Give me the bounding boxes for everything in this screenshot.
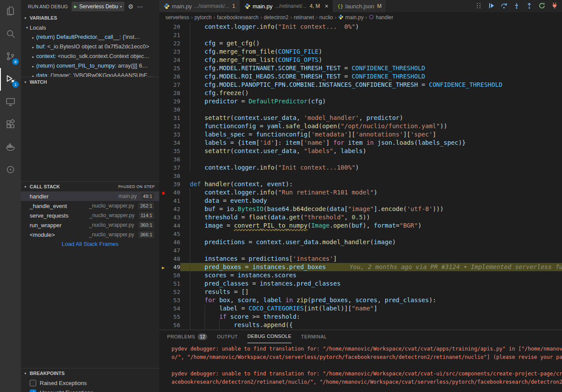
code-content[interactable]: predictions = context.user_data.model_ha… <box>180 238 562 246</box>
breakpoint-gutter[interactable] <box>159 197 167 205</box>
breakpoint-gutter[interactable] <box>159 321 167 329</box>
variable-row[interactable]: ▸(return) DefaultPredictor.__call__: {'i… <box>21 32 159 42</box>
breakpoint-gutter[interactable] <box>159 106 167 114</box>
code-content[interactable]: pred_boxes = instances.pred_boxesYou, 2 … <box>180 263 562 271</box>
step-into-button[interactable] <box>513 2 521 10</box>
code-content[interactable]: functionconfig = yaml.safe_load(open("/o… <box>180 122 562 130</box>
panel-tab-output[interactable]: OUTPUT <box>217 331 238 343</box>
breadcrumb-item[interactable]: retinanet <box>294 14 314 20</box>
breakpoint-gutter[interactable] <box>159 164 167 172</box>
call-stack-frame[interactable]: serve_requests_nuclio_wrapper.py114:1 <box>21 211 159 220</box>
call-stack-frame[interactable]: run_wrapper_nuclio_wrapper.py360:1 <box>21 220 159 230</box>
breakpoint-gutter[interactable] <box>159 97 167 106</box>
breakpoint-gutter[interactable] <box>159 64 167 72</box>
breadcrumb-item[interactable]: facebookresearch <box>217 14 258 20</box>
debug-config-picker[interactable]: ▶ Serverless Debu ▾ <box>72 2 125 11</box>
variables-section-header[interactable]: ▾ VARIABLES <box>21 13 159 23</box>
breakpoints-section-header[interactable]: ▾ BREAKPOINTS <box>21 368 159 378</box>
breakpoint-gutter[interactable] <box>159 246 167 255</box>
code-content[interactable]: context.logger.info("Run retinanet-R101 … <box>180 188 562 197</box>
breakpoint-gutter[interactable] <box>159 213 167 222</box>
activity-item-extensions[interactable] <box>0 113 21 136</box>
code-content[interactable]: threshold = float(data.get("threshold", … <box>180 213 562 222</box>
code-content[interactable]: cfg.merge_from_list(CONFIG_OPTS) <box>180 56 562 64</box>
code-content[interactable]: instances = predictions['instances'] <box>180 255 562 263</box>
code-content[interactable]: cfg.freeze() <box>180 89 562 97</box>
breakpoint-gutter[interactable] <box>159 172 167 180</box>
code-content[interactable]: labels_spec = functionconfig['metadata']… <box>180 130 562 139</box>
breadcrumb-item[interactable]: main.py <box>338 14 363 21</box>
code-content[interactable]: cfg.merge_from_file(CONFIG_FILE) <box>180 48 562 56</box>
code-content[interactable]: predictor = DefaultPredictor(cfg) <box>180 97 562 106</box>
code-content[interactable]: data = event.body <box>180 197 562 205</box>
breadcrumb-item[interactable]: serverless <box>165 14 189 20</box>
code-content[interactable] <box>180 246 562 255</box>
breakpoint-gutter[interactable]: ▶ <box>159 263 167 271</box>
step-over-button[interactable] <box>500 2 508 10</box>
drag-handle-button[interactable] <box>475 2 483 10</box>
activity-item-explorer[interactable] <box>0 0 21 23</box>
code-content[interactable]: for box, score, label in zip(pred_boxes,… <box>180 296 562 304</box>
code-content[interactable]: scores = instances.scores <box>180 271 562 280</box>
code-content[interactable]: context.logger.info("Init context... 0%"… <box>180 23 562 31</box>
breakpoint-gutter[interactable] <box>159 180 167 188</box>
breakpoint-gutter[interactable] <box>159 205 167 213</box>
breakpoint-gutter[interactable] <box>159 222 167 230</box>
variable-row[interactable]: ▸buf: <_io.BytesIO object at 0x7f5a2dc1e… <box>21 42 159 51</box>
code-content[interactable]: cfg.MODEL.PANOPTIC_FPN.COMBINE.INSTANCES… <box>180 81 562 89</box>
code-content[interactable]: def handler(context, event): <box>180 180 562 188</box>
step-out-button[interactable] <box>525 2 533 10</box>
checkbox-checked[interactable]: ✓ <box>30 389 36 392</box>
variables-scope-locals[interactable]: ▾ Locals <box>21 23 159 32</box>
more-actions-icon[interactable]: ⋯ <box>137 3 143 10</box>
breakpoint-gutter[interactable] <box>159 313 167 321</box>
code-content[interactable]: cfg.MODEL.ROI_HEADS.SCORE_THRESH_TEST = … <box>180 72 562 81</box>
code-content[interactable]: results = [] <box>180 288 562 296</box>
editor-tab[interactable]: main.py.../siammask/...1 <box>159 0 240 12</box>
code-content[interactable]: cfg = get_cfg() <box>180 39 562 48</box>
breakpoint-gutter[interactable] <box>159 139 167 147</box>
breakpoint-gutter[interactable] <box>159 122 167 130</box>
gear-icon[interactable]: ⚙ <box>128 3 134 10</box>
activity-item-source-control[interactable]: 8 <box>0 45 21 68</box>
code-content[interactable]: if score >= threshold: <box>180 313 562 321</box>
checkbox-unchecked[interactable] <box>30 380 36 386</box>
breakpoint-gutter[interactable] <box>159 238 167 246</box>
debug-console-output[interactable]: pydev debugger: unable to find translati… <box>159 343 562 386</box>
breakpoint-gutter[interactable] <box>159 155 167 164</box>
breakpoint-gutter[interactable] <box>159 130 167 139</box>
call-stack-frame[interactable]: <module>_nuclio_wrapper.py366:1 <box>21 230 159 239</box>
breakpoint-gutter[interactable] <box>159 39 167 48</box>
breakpoint-gutter[interactable] <box>159 48 167 56</box>
breakpoint-gutter[interactable] <box>159 114 167 122</box>
variable-row[interactable]: ▸context: <nuclio_sdk.context.Context ob… <box>21 51 159 61</box>
breakpoint-gutter[interactable] <box>159 72 167 81</box>
activity-item-docker[interactable] <box>0 136 21 159</box>
breakpoint-gutter[interactable] <box>159 31 167 39</box>
breadcrumb-item[interactable]: nuclio <box>319 14 333 20</box>
disconnect-button[interactable] <box>551 2 559 10</box>
breakpoint-gutter[interactable] <box>159 296 167 304</box>
call-stack-frame[interactable]: _handle_event_nuclio_wrapper.py262:1 <box>21 201 159 211</box>
variable-row[interactable]: ▸data: {'image': 'iVBORw0KGgoAAAANSUhE… <box>21 71 159 77</box>
editor-tab[interactable]: {}launch.jsonM <box>333 0 386 12</box>
activity-item-run-and-debug[interactable]: 1 <box>0 68 21 91</box>
panel-tab-debug-console[interactable]: DEBUG CONSOLE <box>247 331 291 343</box>
code-content[interactable]: setattr(context.user_data, "labels", lab… <box>180 147 562 155</box>
breakpoint-gutter[interactable] <box>159 89 167 97</box>
editor-tab[interactable]: main.py.../retinanet/...4, M× <box>240 0 332 12</box>
code-content[interactable]: label = COCO_CATEGORIES[int(label)]["nam… <box>180 304 562 313</box>
breakpoint-gutter[interactable] <box>159 81 167 89</box>
breakpoint-gutter[interactable] <box>159 304 167 313</box>
code-content[interactable]: labels = {item['id']: item['name'] for i… <box>180 139 562 147</box>
code-content[interactable]: pred_classes = instances.pred_classes <box>180 280 562 288</box>
breakpoint-gutter[interactable] <box>159 271 167 280</box>
breakpoint-gutter[interactable] <box>159 230 167 238</box>
code-content[interactable] <box>180 31 562 39</box>
code-content[interactable] <box>180 106 562 114</box>
code-content[interactable]: buf = io.BytesIO(base64.b64decode(data["… <box>180 205 562 213</box>
code-content[interactable]: image = convert_PIL_to_numpy(Image.open(… <box>180 222 562 230</box>
code-content[interactable] <box>180 172 562 180</box>
breakpoint-gutter[interactable] <box>159 147 167 155</box>
continue-button[interactable] <box>487 2 495 10</box>
